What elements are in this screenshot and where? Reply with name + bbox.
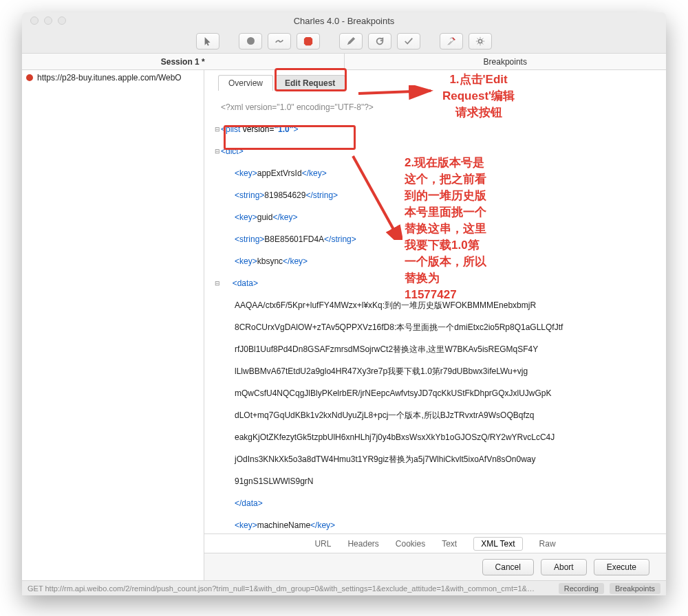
view-tabs: Overview Edit Request: [204, 70, 666, 91]
sessions-tab[interactable]: Session 1 *: [22, 54, 345, 70]
tab-xml-text[interactable]: XML Text: [473, 537, 522, 551]
toolbar-tools-button[interactable]: [440, 33, 463, 50]
toolbar-edit-button[interactable]: [339, 33, 363, 50]
breakpoints-tab[interactable]: Breakpoints: [345, 54, 667, 70]
window-title: Charles 4.0 - Breakpoints: [22, 16, 666, 26]
toolbar: [22, 29, 666, 54]
svg-marker-0: [304, 36, 312, 45]
tab-overview[interactable]: Overview: [218, 75, 273, 91]
breakpoint-icon: [26, 74, 33, 81]
tab-headers[interactable]: Headers: [347, 539, 378, 549]
tab-text[interactable]: Text: [442, 539, 457, 549]
cancel-button[interactable]: Cancel: [482, 559, 534, 575]
tab-cookies[interactable]: Cookies: [396, 539, 425, 549]
toolbar-record-button[interactable]: [239, 33, 262, 50]
execute-button[interactable]: Execute: [594, 559, 649, 575]
toolbar-validate-button[interactable]: [397, 33, 420, 50]
toolbar-throttle-button[interactable]: [268, 33, 291, 50]
breakpoint-url: https://p28-buy.itunes.apple.com/WebO: [37, 73, 182, 82]
tab-url[interactable]: URL: [314, 539, 331, 549]
svg-point-1: [478, 39, 482, 43]
xml-editor[interactable]: <?xml version="1.0" encoding="UTF-8"?> ⊟…: [204, 91, 666, 534]
action-row: Cancel Abort Execute: [204, 553, 666, 580]
breakpoint-item[interactable]: https://p28-buy.itunes.apple.com/WebO: [22, 70, 204, 85]
toolbar-pointer-button[interactable]: [196, 33, 219, 50]
titlebar: Charles 4.0 - Breakpoints: [22, 12, 666, 29]
toolbar-settings-button[interactable]: [469, 33, 492, 50]
toolbar-stop-button[interactable]: [297, 33, 320, 50]
status-recording[interactable]: Recording: [559, 583, 604, 594]
toolbar-repeat-button[interactable]: [368, 33, 391, 50]
format-tabs: URL Headers Cookies Text XML Text Raw: [204, 534, 666, 553]
status-text: GET http://rm.api.weibo.com/2/remind/pus…: [28, 584, 553, 593]
tab-raw[interactable]: Raw: [539, 539, 556, 549]
status-bar: GET http://rm.api.weibo.com/2/remind/pus…: [22, 580, 666, 595]
sidebar: https://p28-buy.itunes.apple.com/WebO: [22, 70, 204, 580]
tab-edit-request[interactable]: Edit Request: [275, 75, 345, 91]
abort-button[interactable]: Abort: [541, 559, 587, 575]
status-breakpoints[interactable]: Breakpoints: [610, 583, 660, 594]
